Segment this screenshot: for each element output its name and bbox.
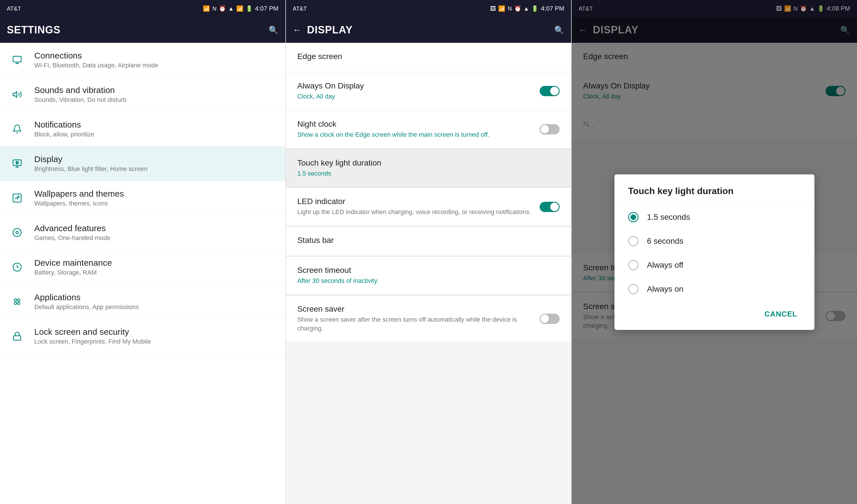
settings-item-sounds[interactable]: Sounds and vibration Sounds, Vibration, … bbox=[0, 77, 285, 112]
settings-top-bar: SETTINGS 🔍 bbox=[0, 17, 285, 43]
device-title: Device maintenance bbox=[34, 258, 112, 268]
svg-rect-0 bbox=[13, 56, 21, 62]
panel-display: AT&T 🖼 📶 N ⏰ ▲ 🔋 4:07 PM ← DISPLAY 🔍 Edg… bbox=[285, 0, 571, 504]
always-on-subtitle-2: Clock, All day bbox=[297, 92, 540, 101]
connections-title: Connections bbox=[34, 51, 158, 60]
settings-list: Connections Wi-Fi, Bluetooth, Data usage… bbox=[0, 43, 285, 504]
settings-item-applications[interactable]: Applications Default applications, App p… bbox=[0, 284, 285, 319]
search-icon-1[interactable]: 🔍 bbox=[269, 25, 279, 35]
lockscreen-icon bbox=[9, 328, 26, 345]
device-subtitle: Battery, Storage, RAM bbox=[34, 269, 112, 276]
settings-item-advanced[interactable]: Advanced features Games, One-handed mode bbox=[0, 215, 285, 250]
svg-point-9 bbox=[17, 196, 19, 198]
display-item-status-bar-2[interactable]: Status bar bbox=[286, 227, 571, 256]
signal-icon-2: ▲ bbox=[524, 5, 530, 12]
time-2: 4:07 PM bbox=[541, 5, 564, 12]
notifications-title: Notifications bbox=[34, 120, 94, 129]
screen-saver-title-2: Screen saver bbox=[297, 305, 540, 314]
screen-saver-subtitle-2: Show a screen saver after the screen tur… bbox=[297, 315, 540, 333]
always-on-toggle-2[interactable] bbox=[540, 86, 560, 96]
option-label-always-on: Always on bbox=[647, 284, 684, 294]
display-item-led-2[interactable]: LED indicator Light up the LED indicator… bbox=[286, 188, 571, 226]
screen-timeout-subtitle-2: After 30 seconds of inactivity. bbox=[297, 277, 560, 285]
option-label-always-off: Always off bbox=[647, 261, 683, 270]
display-item-screen-saver-2[interactable]: Screen saver Show a screen saver after t… bbox=[286, 295, 571, 343]
radio-6sec[interactable] bbox=[628, 236, 638, 246]
touch-key-dialog: Touch key light duration 1.5 seconds 6 s… bbox=[615, 174, 814, 330]
status-bar-2: AT&T 🖼 📶 N ⏰ ▲ 🔋 4:07 PM bbox=[286, 0, 571, 17]
search-icon-2[interactable]: 🔍 bbox=[554, 25, 564, 35]
alarm-icon-2: ⏰ bbox=[514, 5, 521, 12]
back-button-2[interactable]: ← bbox=[293, 25, 301, 35]
wallpapers-icon bbox=[9, 190, 26, 207]
notifications-icon bbox=[9, 120, 26, 138]
bluetooth-icon: 📶 bbox=[203, 5, 210, 12]
settings-item-connections[interactable]: Connections Wi-Fi, Bluetooth, Data usage… bbox=[0, 43, 285, 77]
device-icon bbox=[9, 259, 26, 276]
settings-item-lockscreen[interactable]: Lock screen and security Lock screen, Fi… bbox=[0, 319, 285, 353]
dialog-title: Touch key light duration bbox=[615, 186, 814, 205]
edge-screen-title-2: Edge screen bbox=[297, 52, 560, 61]
time-1: 4:07 PM bbox=[255, 5, 279, 12]
status-bar-1: AT&T 📶 N ⏰ ▲ 📶 🔋 4:07 PM bbox=[0, 0, 285, 17]
wallpapers-subtitle: Wallpapers, themes, icons bbox=[34, 200, 124, 207]
advanced-title: Advanced features bbox=[34, 224, 111, 233]
dialog-option-always-on[interactable]: Always on bbox=[615, 277, 814, 301]
settings-item-device[interactable]: Device maintenance Battery, Storage, RAM bbox=[0, 250, 285, 284]
carrier-1: AT&T bbox=[7, 5, 21, 12]
always-on-title-2: Always On Display bbox=[297, 81, 540, 90]
dialog-overlay[interactable]: Touch key light duration 1.5 seconds 6 s… bbox=[572, 0, 857, 504]
dialog-option-6sec[interactable]: 6 seconds bbox=[615, 229, 814, 253]
svg-rect-16 bbox=[13, 336, 21, 341]
lockscreen-subtitle: Lock screen, Fingerprints, Find My Mobil… bbox=[34, 338, 151, 345]
settings-item-wallpapers[interactable]: Wallpapers and themes Wallpapers, themes… bbox=[0, 181, 285, 215]
dialog-cancel-button[interactable]: CANCEL bbox=[759, 307, 803, 321]
radio-1.5sec[interactable] bbox=[628, 212, 638, 222]
dialog-option-always-off[interactable]: Always off bbox=[615, 253, 814, 277]
img-icon-2: 🖼 bbox=[490, 5, 496, 12]
settings-item-notifications[interactable]: Notifications Block, allow, prioritize bbox=[0, 112, 285, 146]
battery-icon-2: 🔋 bbox=[531, 5, 538, 12]
svg-point-12 bbox=[14, 299, 17, 301]
applications-icon bbox=[9, 293, 26, 310]
panel-settings: AT&T 📶 N ⏰ ▲ 📶 🔋 4:07 PM SETTINGS 🔍 Conn… bbox=[0, 0, 285, 504]
touch-key-title-2: Touch key light duration bbox=[297, 158, 560, 168]
display-title: Display bbox=[34, 154, 147, 164]
wifi-icon: 📶 bbox=[236, 5, 243, 12]
settings-title: SETTINGS bbox=[7, 24, 269, 36]
night-clock-title-2: Night clock bbox=[297, 120, 540, 129]
settings-item-display[interactable]: Display Brightness, Blue light filter, H… bbox=[0, 146, 285, 181]
screen-timeout-title-2: Screen timeout bbox=[297, 266, 560, 275]
svg-point-7 bbox=[16, 161, 19, 164]
applications-subtitle: Default applications, App permissions bbox=[34, 303, 139, 311]
night-clock-toggle-2[interactable] bbox=[540, 124, 560, 135]
display-item-screen-timeout-2[interactable]: Screen timeout After 30 seconds of inact… bbox=[286, 257, 571, 295]
radio-always-off[interactable] bbox=[628, 260, 638, 270]
svg-marker-3 bbox=[13, 92, 17, 97]
notifications-subtitle: Block, allow, prioritize bbox=[34, 131, 94, 138]
svg-point-13 bbox=[17, 299, 20, 301]
carrier-2: AT&T bbox=[293, 5, 307, 12]
network-icon: N bbox=[212, 5, 216, 12]
display-item-edge-screen-2[interactable]: Edge screen bbox=[286, 43, 571, 72]
wallpapers-title: Wallpapers and themes bbox=[34, 189, 124, 198]
display-item-night-clock-2[interactable]: Night clock Show a clock on the Edge scr… bbox=[286, 110, 571, 149]
display-item-always-on-2[interactable]: Always On Display Clock, All day bbox=[286, 72, 571, 110]
screen-saver-toggle-2[interactable] bbox=[540, 314, 560, 324]
radio-always-on[interactable] bbox=[628, 284, 638, 294]
touch-key-subtitle-2: 1.5 seconds bbox=[297, 169, 560, 178]
dialog-option-1.5sec[interactable]: 1.5 seconds bbox=[615, 205, 814, 229]
advanced-icon bbox=[9, 224, 26, 241]
sounds-subtitle: Sounds, Vibration, Do not disturb bbox=[34, 96, 126, 104]
display-list-2: Edge screen Always On Display Clock, All… bbox=[286, 43, 571, 504]
display-title-2: DISPLAY bbox=[307, 24, 554, 36]
display-item-touch-key-2[interactable]: Touch key light duration 1.5 seconds bbox=[286, 149, 571, 188]
bluetooth-icon-2: 📶 bbox=[498, 5, 505, 12]
led-toggle-2[interactable] bbox=[540, 202, 560, 212]
status-icons-1: 📶 N ⏰ ▲ 📶 🔋 4:07 PM bbox=[203, 5, 278, 12]
advanced-subtitle: Games, One-handed mode bbox=[34, 234, 111, 242]
night-clock-subtitle-2: Show a clock on the Edge screen while th… bbox=[297, 131, 540, 139]
option-label-6sec: 6 seconds bbox=[647, 237, 684, 246]
dialog-actions: CANCEL bbox=[615, 301, 814, 324]
panel-display-dialog: AT&T 🖼 📶 N ⏰ ▲ 🔋 4:08 PM ← DISPLAY 🔍 Edg… bbox=[571, 0, 857, 504]
